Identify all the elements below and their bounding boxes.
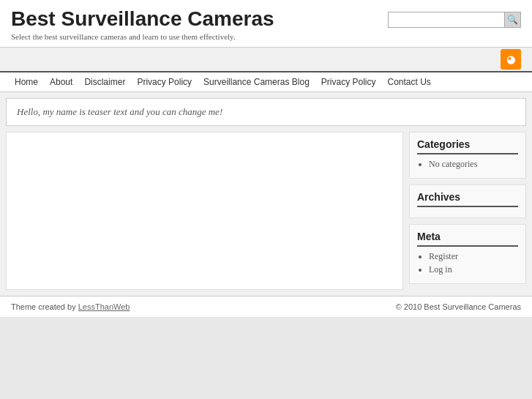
search-icon: 🔍 [507, 15, 518, 25]
nav-item-privacy-policy[interactable]: Privacy Policy [315, 72, 382, 92]
main-content [6, 132, 403, 290]
site-tagline: Select the best surveillance cameras and… [11, 32, 274, 41]
rss-icon[interactable]: ◕ [501, 49, 521, 70]
nav-item-home[interactable]: Home [9, 72, 44, 92]
search-input[interactable] [388, 12, 505, 28]
nav-item-privacy-policy[interactable]: Privacy Policy [131, 72, 198, 92]
main-nav: HomeAboutDisclaimerPrivacy PolicySurveil… [0, 71, 532, 92]
footer-credit: Theme created by LessThanWeb [11, 302, 130, 311]
meta-widget: Meta RegisterLog in [409, 224, 526, 284]
nav-item-surveillance-cameras-blog[interactable]: Surveillance Cameras Blog [198, 72, 315, 92]
teaser-text: Hello, my name is teaser text and you ca… [6, 98, 526, 126]
nav-item-disclaimer[interactable]: Disclaimer [78, 72, 131, 92]
footer-theme-link[interactable]: LessThanWeb [78, 302, 130, 311]
nav-item-about[interactable]: About [44, 72, 78, 92]
meta-link-log-in[interactable]: Log in [429, 264, 452, 275]
list-item: Register [429, 251, 518, 262]
nav-item-contact-us[interactable]: Contact Us [382, 72, 437, 92]
rss-symbol: ◕ [506, 53, 515, 66]
footer-copyright: © 2010 Best Surveillance Cameras [396, 302, 521, 311]
meta-title: Meta [417, 231, 518, 247]
list-item: No categories [429, 159, 518, 170]
search-button[interactable]: 🔍 [505, 12, 521, 28]
list-item: Log in [429, 264, 518, 275]
archives-title: Archives [417, 191, 518, 207]
meta-link-register[interactable]: Register [429, 251, 458, 261]
categories-list: No categories [417, 159, 518, 170]
meta-list: RegisterLog in [417, 251, 518, 275]
search-form: 🔍 [388, 12, 521, 28]
archives-widget: Archives [409, 184, 526, 218]
footer-credit-text: Theme created by [11, 302, 78, 311]
categories-title: Categories [417, 138, 518, 154]
site-title: Best Surveillance Cameras [11, 7, 274, 31]
categories-widget: Categories No categories [409, 132, 526, 179]
sidebar: Categories No categories Archives Meta R… [409, 132, 526, 290]
